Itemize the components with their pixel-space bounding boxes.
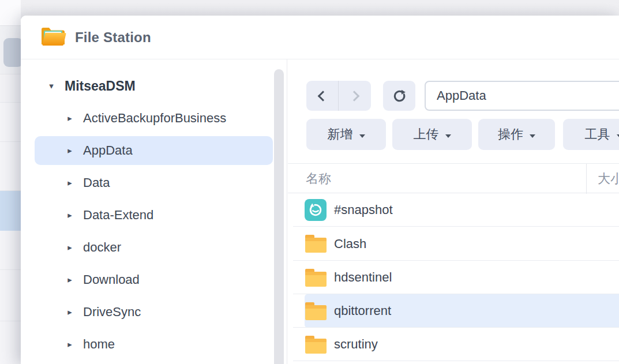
sidebar-item-activebackupforbusiness[interactable]: ▸ ActiveBackupforBusiness [21,102,287,134]
sidebar-item-appdata[interactable]: ▸ AppData [21,134,287,167]
caret-right-icon[interactable]: ▸ [63,275,76,285]
background-window [0,0,21,364]
folder-icon [305,233,327,255]
caret-right-icon[interactable]: ▸ [63,113,76,123]
background-row [0,142,21,191]
folder-tree: ▾ MitseaDSM ▸ ActiveBackupforBusiness ▸ … [21,70,287,361]
chevron-left-icon [318,91,328,101]
file-name: hdsentinel [327,270,392,285]
action-button-label: 操作 [498,126,523,143]
caret-right-icon[interactable]: ▸ [63,307,76,317]
caret-down-icon[interactable]: ▾ [45,81,58,91]
sidebar-item-drivesync[interactable]: ▸ DriveSync [21,296,287,328]
sidebar-item-data[interactable]: ▸ Data [21,167,287,199]
sidebar-item-download[interactable]: ▸ Download [21,264,287,296]
chevron-right-icon [348,91,359,101]
sidebar-item-label: Data-Extend [76,208,153,223]
create-button-label: 新增 [328,126,353,143]
create-button[interactable]: 新增 [306,119,386,150]
refresh-icon [392,88,407,104]
background-window-button [3,38,23,67]
folder-icon [305,333,327,355]
file-name: #snapshot [327,202,393,217]
sidebar-item-label: MitseaDSM [58,78,136,94]
forward-button[interactable] [339,81,371,111]
tools-button-label: 工具 [585,126,610,143]
window-body: ▾ MitseaDSM ▸ ActiveBackupforBusiness ▸ … [21,59,619,364]
upload-button-label: 上传 [414,126,439,143]
sidebar-scrollbar[interactable] [274,69,284,364]
sidebar-item-docker[interactable]: ▸ docker [21,231,287,264]
window-header: File Station [21,16,619,59]
caret-right-icon[interactable]: ▸ [63,210,76,220]
column-header-name[interactable]: 名称 [306,164,331,194]
tools-button[interactable]: 工具 [563,119,619,150]
file-row-snapshot[interactable]: #snapshot [288,193,619,227]
background-row [0,74,21,103]
caret-right-icon[interactable]: ▸ [63,339,76,350]
sidebar-item-mitseadsm[interactable]: ▾ MitseaDSM [21,70,287,102]
sidebar-item-label: AppData [76,143,133,158]
caret-down-icon [617,134,619,138]
desktop-background: File Station ▾ MitseaDSM ▸ ActiveBackupf… [0,0,619,364]
background-row [0,231,21,270]
file-row-scrutiny[interactable]: scrutiny [288,328,619,361]
file-row-clash[interactable]: Clash [288,227,619,261]
list-header: 名称 大小 [288,163,619,193]
file-station-icon [40,23,66,48]
sidebar-item-home[interactable]: ▸ home [21,328,287,361]
caret-right-icon[interactable]: ▸ [63,145,76,156]
file-name: Clash [327,237,366,252]
sidebar-item-label: Download [76,272,140,287]
caret-down-icon [445,134,451,138]
snapshot-icon [305,199,327,221]
file-station-window: File Station ▾ MitseaDSM ▸ ActiveBackupf… [21,16,619,364]
sidebar-item-label: home [76,337,115,352]
background-window-header [0,0,21,26]
sidebar-item-data-extend[interactable]: ▸ Data-Extend [21,199,287,231]
file-panel: 新增 上传 操作 工具 名称 大小 [288,59,619,364]
folder-icon [305,267,327,288]
path-input[interactable] [425,81,619,111]
file-name: qbittorrent [327,303,391,318]
folder-icon [305,300,327,322]
caret-right-icon[interactable]: ▸ [63,242,76,253]
file-row-qbittorrent[interactable]: qbittorrent [288,294,619,328]
action-button[interactable]: 操作 [478,119,555,150]
sidebar: ▾ MitseaDSM ▸ ActiveBackupforBusiness ▸ … [21,59,287,364]
background-row [0,103,21,142]
sidebar-item-label: ActiveBackupforBusiness [76,111,226,126]
caret-down-icon [359,134,365,138]
caret-right-icon[interactable]: ▸ [63,178,76,188]
background-row [0,321,21,364]
column-resize-handle[interactable] [586,164,587,194]
history-nav-group [306,81,371,111]
window-title: File Station [75,16,151,59]
caret-down-icon [530,134,535,138]
sidebar-item-label: Data [76,175,110,190]
file-name: scrutiny [327,337,378,352]
upload-button[interactable]: 上传 [392,119,472,150]
file-row-hdsentinel[interactable]: hdsentinel [288,261,619,294]
refresh-button[interactable] [383,81,415,111]
back-button[interactable] [306,81,339,111]
sidebar-item-label: docker [76,240,121,255]
background-window-toolbar [0,26,21,74]
column-header-size[interactable]: 大小 [598,164,619,194]
background-row [0,270,21,321]
background-selected-row [0,191,21,231]
sidebar-item-label: DriveSync [76,305,141,320]
